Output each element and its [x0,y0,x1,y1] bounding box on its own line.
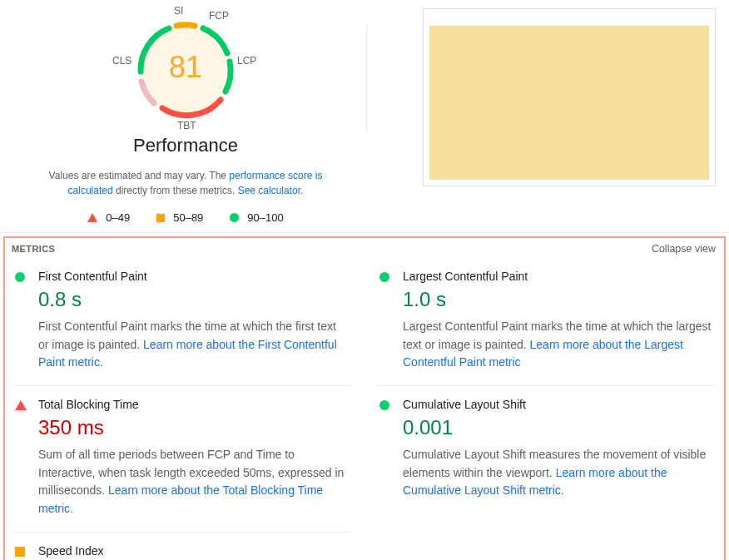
performance-gauge: SI FCP LCP TBT CLS 81 [94,3,277,136]
triangle-fail-icon [15,400,27,410]
metric-cls: Cumulative Layout Shift 0.001 Cumulative… [378,385,716,532]
performance-score: 81 [94,50,277,85]
metric-name: Speed Index [38,544,350,558]
screenshot-thumbnail [423,8,716,186]
circle-pass-icon [379,400,389,410]
link-see-calculator[interactable]: See calculator [238,185,300,196]
triangle-fail-icon [87,213,97,222]
gauge-title: Performance [7,135,364,156]
score-legend: 0–49 50–89 90–100 [7,211,364,224]
circle-pass-icon [15,272,25,282]
collapse-view-toggle[interactable]: Collapse view [652,243,716,255]
metric-tbt: Total Blocking Time 350 ms Sum of all ti… [13,385,351,532]
metric-fcp: First Contentful Paint 0.8 s First Conte… [13,258,351,385]
gauge-label-si: SI [174,5,183,17]
circle-pass-icon [230,213,239,222]
metric-description: Largest Contentful Paint marks the time … [403,318,714,372]
metric-value: 0.8 s [38,288,350,311]
metric-si: Speed Index 1.5 s Speed Index shows how … [13,532,351,560]
metric-name: Largest Contentful Paint [403,270,714,283]
metric-value: 350 ms [38,416,350,439]
metrics-heading: METRICS [12,244,55,254]
square-average-icon [15,547,25,557]
metric-value: 0.001 [403,416,714,439]
metrics-section: METRICS Collapse view First Contentful P… [3,236,726,560]
metric-description: Cumulative Layout Shift measures the mov… [403,446,714,500]
square-average-icon [156,214,165,222]
circle-pass-icon [379,272,389,282]
metric-name: Total Blocking Time [38,398,350,411]
metric-description: Sum of all time periods between FCP and … [38,446,350,518]
score-disclaimer: Values are estimated and may vary. The p… [36,168,335,198]
metric-lcp: Largest Contentful Paint 1.0 s Largest C… [378,258,716,385]
gauge-label-fcp: FCP [209,10,229,22]
metric-name: Cumulative Layout Shift [403,398,714,411]
metric-description: First Contentful Paint marks the time at… [38,318,350,372]
metric-value: 1.0 s [403,288,714,311]
metric-name: First Contentful Paint [38,270,350,283]
gauge-label-tbt: TBT [177,120,196,131]
vertical-divider [366,25,367,133]
